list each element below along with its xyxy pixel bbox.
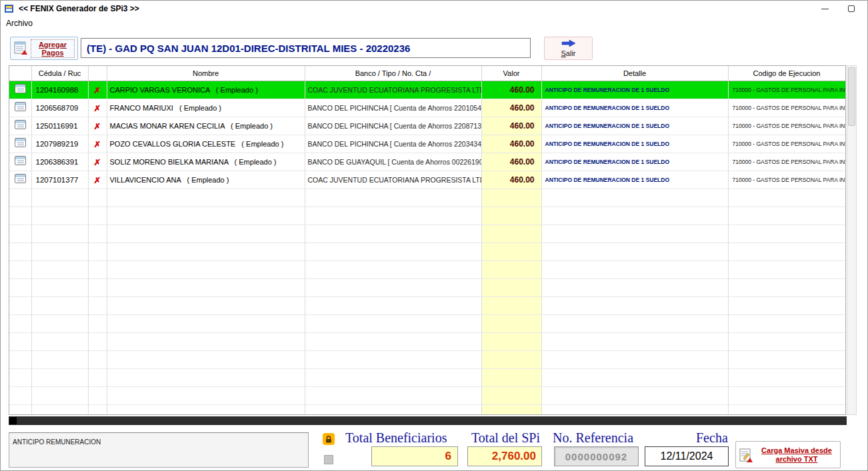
salir-button[interactable]: Salir [544, 37, 593, 60]
edit-row-icon[interactable] [15, 120, 26, 129]
agregar-pagos-button[interactable]: Agregar Pagos [10, 37, 78, 60]
codigo-cell [728, 278, 845, 296]
agregar-pagos-label: Agregar Pagos [31, 39, 75, 58]
fecha-value: 12/11/2024 [661, 450, 713, 462]
row-delete-cell [88, 404, 107, 415]
banco-cell [305, 296, 481, 314]
vertical-scrollbar-thumb[interactable] [848, 67, 855, 126]
vertical-scrollbar[interactable] [847, 65, 857, 415]
minimize-button[interactable] [811, 1, 838, 16]
banco-cell: COAC JUVENTUD ECUATORIANA PROGRESISTA LT… [305, 81, 481, 99]
detalle-cell: ANTICIPO DE REMUNERACION DE 1 SUELDO [541, 153, 728, 171]
delete-row-icon[interactable]: ✗ [94, 104, 101, 112]
delete-row-icon[interactable]: ✗ [94, 122, 101, 130]
row-edit-cell [9, 81, 31, 99]
row-edit-cell [9, 332, 31, 350]
delete-row-icon[interactable]: ✗ [94, 158, 101, 166]
table-row-empty[interactable] [9, 296, 845, 314]
table-row-empty[interactable] [9, 386, 845, 404]
row-delete-cell [88, 189, 107, 207]
codigo-cell [728, 404, 845, 415]
col-header-rowbutton [9, 66, 31, 81]
menu-bar: Archivo [1, 17, 867, 29]
codigo-cell [728, 225, 845, 242]
delete-row-icon[interactable]: ✗ [94, 176, 101, 184]
row-delete-cell [88, 350, 107, 368]
grid-body: 1204160988✗CARPIO VARGAS VERONICA ( Empl… [9, 81, 845, 415]
carga-masiva-button[interactable]: Carga Masiva desde archivo TXT [735, 441, 841, 468]
table-row[interactable]: 1206568709✗FRANCO MARIUXI ( Empleado )BA… [9, 99, 845, 117]
valor-cell [481, 260, 541, 278]
col-header-detalle: Detalle [541, 66, 728, 81]
cedula-cell: 1207101377 [31, 171, 88, 189]
table-row[interactable]: 1207101377✗VILLAVICENCIO ANA ( Empleado … [9, 171, 845, 189]
nombre-cell: CARPIO VARGAS VERONICA ( Empleado ) [107, 81, 305, 99]
agregar-label-line2: Pagos [41, 49, 63, 57]
banco-cell: BANCO DEL PICHINCHA [ Cuenta de Ahorros … [305, 117, 481, 135]
table-row-empty[interactable] [9, 314, 845, 332]
row-edit-cell [9, 404, 31, 415]
col-header-banco: Banco / Tipo / No. Cta / [305, 66, 481, 81]
edit-row-icon[interactable] [15, 174, 26, 183]
cedula-cell [31, 260, 88, 278]
table-row-empty[interactable] [9, 207, 845, 225]
row-edit-cell [9, 189, 31, 207]
table-row[interactable]: 1250116991✗MACIAS MONAR KAREN CECILIA ( … [9, 117, 845, 135]
cedula-cell: 1204160988 [31, 81, 88, 99]
delete-row-icon[interactable]: ✗ [94, 140, 101, 148]
table-row-empty[interactable] [9, 332, 845, 350]
cedula-cell [31, 350, 88, 368]
banco-cell [305, 189, 481, 207]
entity-field[interactable]: (TE) - GAD PQ SAN JUAN 12D01-DIREC-DISTR… [81, 38, 531, 58]
table-row[interactable]: 1207989219✗POZO CEVALLOS GLORIA CELESTE … [9, 135, 845, 153]
edit-row-icon[interactable] [15, 102, 26, 111]
row-delete-cell: ✗ [88, 135, 107, 153]
menu-archivo[interactable]: Archivo [1, 17, 38, 29]
table-row-empty[interactable] [9, 350, 845, 368]
valor-cell [481, 386, 541, 404]
disabled-square-button[interactable] [324, 455, 333, 464]
close-button[interactable] [838, 1, 865, 16]
total-spi-number: 2,760.00 [492, 450, 536, 463]
no-referencia-field: 0000000092 [554, 446, 639, 466]
codigo-cell: 710000 - GASTOS DE PERSONAL PARA INVERSI… [728, 117, 845, 135]
table-row[interactable]: 1206386391✗SOLIZ MORENO BIELKA MARIANA (… [9, 153, 845, 171]
detalle-cell: ANTICIPO DE REMUNERACION DE 1 SUELDO [541, 81, 728, 99]
row-delete-cell: ✗ [88, 81, 107, 99]
banco-cell [305, 368, 481, 386]
edit-row-icon[interactable] [15, 84, 26, 93]
row-edit-cell [9, 153, 31, 171]
valor-cell [481, 350, 541, 368]
valor-cell: 460.00 [481, 171, 541, 189]
edit-row-icon[interactable] [15, 156, 26, 165]
cedula-cell [31, 332, 88, 350]
banco-cell: BANCO DEL PICHINCHA [ Cuenta de Ahorros … [305, 135, 481, 153]
table-row-empty[interactable] [9, 278, 845, 296]
table-row-empty[interactable] [9, 189, 845, 207]
valor-cell [481, 404, 541, 415]
lock-icon[interactable] [323, 433, 335, 445]
row-delete-cell [88, 225, 107, 242]
table-row-empty[interactable] [9, 260, 845, 278]
table-row-empty[interactable] [9, 368, 845, 386]
table-row-empty[interactable] [9, 242, 845, 260]
detalle-cell [541, 404, 728, 415]
delete-row-icon[interactable]: ✗ [94, 86, 101, 94]
detalle-memo-field[interactable]: ANTICIPO REMUNERACION [9, 432, 309, 468]
fecha-field[interactable]: 12/11/2024 [645, 446, 729, 466]
table-row-empty[interactable] [9, 404, 845, 415]
table-row-empty[interactable] [9, 225, 845, 242]
cedula-cell [31, 207, 88, 225]
cedula-cell [31, 386, 88, 404]
edit-row-icon[interactable] [15, 138, 26, 147]
valor-cell [481, 368, 541, 386]
table-row[interactable]: 1204160988✗CARPIO VARGAS VERONICA ( Empl… [9, 81, 845, 99]
titlebar: << FENIX Generador de SPi3 >> [1, 1, 867, 17]
horizontal-scrollbar-thumb[interactable] [9, 417, 17, 424]
window-controls [811, 1, 865, 17]
detalle-cell [541, 278, 728, 296]
row-delete-cell [88, 260, 107, 278]
horizontal-scrollbar[interactable] [9, 416, 847, 425]
header-row: Cédula / Ruc Nombre Banco / Tipo / No. C… [9, 66, 845, 81]
valor-cell [481, 278, 541, 296]
